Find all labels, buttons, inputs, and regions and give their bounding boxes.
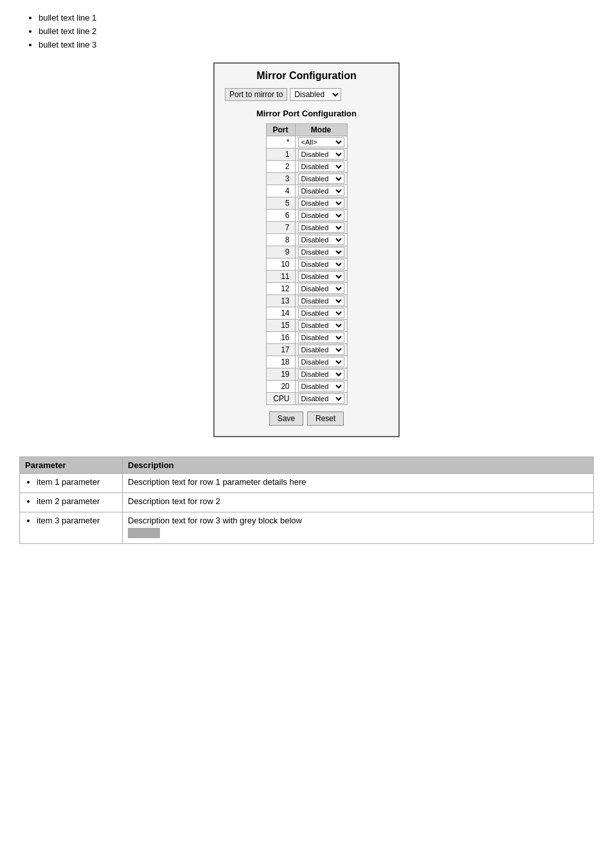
mode-select-16[interactable]: DisabledRx onlyTx onlyRx and Tx xyxy=(298,332,344,343)
port-cell-14: 14 xyxy=(266,307,295,320)
button-row: Save Reset xyxy=(225,411,388,426)
save-button[interactable]: Save xyxy=(269,411,303,426)
mode-cell-2[interactable]: DisabledRx onlyTx onlyRx and Tx xyxy=(295,161,347,173)
mode-select-11[interactable]: DisabledRx onlyTx onlyRx and Tx xyxy=(298,271,344,282)
mode-cell-wildcard[interactable]: <All> Disabled Rx only Tx only Rx and Tx xyxy=(295,136,347,149)
info-desc-2: Description text for row 2 xyxy=(123,493,594,512)
mode-select-9[interactable]: DisabledRx onlyTx onlyRx and Tx xyxy=(298,247,344,257)
mode-cell-13[interactable]: DisabledRx onlyTx onlyRx and Tx xyxy=(295,295,347,307)
mode-cell-14[interactable]: DisabledRx onlyTx onlyRx and Tx xyxy=(295,307,347,320)
mode-cell-10[interactable]: DisabledRx onlyTx onlyRx and Tx xyxy=(295,258,347,271)
table-row-9: 9DisabledRx onlyTx onlyRx and Tx xyxy=(266,246,347,258)
mode-select-5[interactable]: DisabledRx onlyTx onlyRx and Tx xyxy=(298,198,344,208)
table-row-10: 10DisabledRx onlyTx onlyRx and Tx xyxy=(266,258,347,271)
table-row-1: 1DisabledRx onlyTx onlyRx and Tx xyxy=(266,149,347,161)
table-row-15: 15DisabledRx onlyTx onlyRx and Tx xyxy=(266,320,347,332)
col-header-mode: Mode xyxy=(295,124,347,136)
table-row-14: 14DisabledRx onlyTx onlyRx and Tx xyxy=(266,307,347,320)
info-param-3-bullet: item 3 parameter xyxy=(37,516,117,525)
mode-cell-20[interactable]: DisabledRx onlyTx onlyRx and Tx xyxy=(295,381,347,393)
table-row-3: 3DisabledRx onlyTx onlyRx and Tx xyxy=(266,173,347,185)
info-table: Parameter Description item 1 parameter D… xyxy=(19,457,594,544)
mode-select-2[interactable]: DisabledRx onlyTx onlyRx and Tx xyxy=(298,161,344,172)
port-table: Port Mode * <All> Disabled Rx only Tx on… xyxy=(266,123,348,405)
mode-cell-5[interactable]: DisabledRx onlyTx onlyRx and Tx xyxy=(295,197,347,210)
bullet-item-1: bullet text line 1 xyxy=(39,13,594,23)
port-cell-16: 16 xyxy=(266,332,295,344)
mirror-config-box: Mirror Configuration Port to mirror to D… xyxy=(213,62,400,437)
table-row-5: 5DisabledRx onlyTx onlyRx and Tx xyxy=(266,197,347,210)
mode-select-14[interactable]: DisabledRx onlyTx onlyRx and Tx xyxy=(298,308,344,318)
mode-cell-7[interactable]: DisabledRx onlyTx onlyRx and Tx xyxy=(295,222,347,234)
mode-select-10[interactable]: DisabledRx onlyTx onlyRx and Tx xyxy=(298,259,344,269)
port-mirror-row: Port to mirror to Disabled 1234 5678 xyxy=(225,88,388,101)
port-cell-13: 13 xyxy=(266,295,295,307)
table-row-12: 12DisabledRx onlyTx onlyRx and Tx xyxy=(266,283,347,295)
mode-select-wildcard[interactable]: <All> Disabled Rx only Tx only Rx and Tx xyxy=(298,137,344,147)
reset-button[interactable]: Reset xyxy=(307,411,344,426)
info-param-1-bullet: item 1 parameter xyxy=(37,477,117,487)
mode-select-4[interactable]: DisabledRx onlyTx onlyRx and Tx xyxy=(298,186,344,196)
mode-cell-18[interactable]: DisabledRx onlyTx onlyRx and Tx xyxy=(295,356,347,368)
port-cell-20: 20 xyxy=(266,381,295,393)
port-cell-11: 11 xyxy=(266,271,295,283)
table-row-2: 2DisabledRx onlyTx onlyRx and Tx xyxy=(266,161,347,173)
mirror-port-config-title: Mirror Port Configuration xyxy=(225,109,388,118)
info-param-2-bullet: item 2 parameter xyxy=(37,496,117,506)
table-row-6: 6DisabledRx onlyTx onlyRx and Tx xyxy=(266,210,347,222)
mode-select-6[interactable]: DisabledRx onlyTx onlyRx and Tx xyxy=(298,210,344,221)
mode-select-15[interactable]: DisabledRx onlyTx onlyRx and Tx xyxy=(298,320,344,330)
port-cell-12: 12 xyxy=(266,283,295,295)
bullet-item-2: bullet text line 2 xyxy=(39,26,594,36)
info-table-row-1: item 1 parameter Description text for ro… xyxy=(20,474,594,493)
port-cell-9: 9 xyxy=(266,246,295,258)
port-cell-3: 3 xyxy=(266,173,295,185)
info-param-3: item 3 parameter xyxy=(20,512,123,544)
mode-cell-8[interactable]: DisabledRx onlyTx onlyRx and Tx xyxy=(295,234,347,246)
info-desc-3: Description text for row 3 with grey blo… xyxy=(123,512,594,544)
port-mirror-select[interactable]: Disabled 1234 5678 xyxy=(290,88,341,101)
mode-cell-15[interactable]: DisabledRx onlyTx onlyRx and Tx xyxy=(295,320,347,332)
mode-select-8[interactable]: DisabledRx onlyTx onlyRx and Tx xyxy=(298,235,344,245)
col-header-port: Port xyxy=(266,124,295,136)
info-param-1: item 1 parameter xyxy=(20,474,123,493)
mode-cell-17[interactable]: DisabledRx onlyTx onlyRx and Tx xyxy=(295,344,347,356)
mode-select-13[interactable]: DisabledRx onlyTx onlyRx and Tx xyxy=(298,296,344,306)
mode-cell-19[interactable]: DisabledRx onlyTx onlyRx and Tx xyxy=(295,368,347,381)
mode-cell-3[interactable]: DisabledRx onlyTx onlyRx and Tx xyxy=(295,173,347,185)
port-cell-wildcard: * xyxy=(266,136,295,149)
mode-select-17[interactable]: DisabledRx onlyTx onlyRx and Tx xyxy=(298,345,344,355)
mode-select-3[interactable]: DisabledRx onlyTx onlyRx and Tx xyxy=(298,174,344,184)
mode-select-19[interactable]: DisabledRx onlyTx onlyRx and Tx xyxy=(298,369,344,379)
mode-cell-9[interactable]: DisabledRx onlyTx onlyRx and Tx xyxy=(295,246,347,258)
table-row-CPU: CPUDisabledRx onlyTx onlyRx and Tx xyxy=(266,393,347,405)
mode-cell-12[interactable]: DisabledRx onlyTx onlyRx and Tx xyxy=(295,283,347,295)
port-cell-15: 15 xyxy=(266,320,295,332)
bullet-item-3: bullet text line 3 xyxy=(39,40,594,50)
grey-block xyxy=(128,528,160,538)
table-row-4: 4DisabledRx onlyTx onlyRx and Tx xyxy=(266,185,347,197)
mode-select-1[interactable]: DisabledRx onlyTx onlyRx and Tx xyxy=(298,149,344,159)
mode-select-12[interactable]: DisabledRx onlyTx onlyRx and Tx xyxy=(298,284,344,294)
port-cell-CPU: CPU xyxy=(266,393,295,405)
port-cell-1: 1 xyxy=(266,149,295,161)
mirror-config-title: Mirror Configuration xyxy=(225,70,388,82)
mode-cell-CPU[interactable]: DisabledRx onlyTx onlyRx and Tx xyxy=(295,393,347,405)
mode-select-7[interactable]: DisabledRx onlyTx onlyRx and Tx xyxy=(298,222,344,233)
mode-select-20[interactable]: DisabledRx onlyTx onlyRx and Tx xyxy=(298,381,344,392)
port-cell-5: 5 xyxy=(266,197,295,210)
port-cell-10: 10 xyxy=(266,258,295,271)
table-row-8: 8DisabledRx onlyTx onlyRx and Tx xyxy=(266,234,347,246)
mode-cell-4[interactable]: DisabledRx onlyTx onlyRx and Tx xyxy=(295,185,347,197)
mode-cell-1[interactable]: DisabledRx onlyTx onlyRx and Tx xyxy=(295,149,347,161)
mode-select-18[interactable]: DisabledRx onlyTx onlyRx and Tx xyxy=(298,357,344,367)
table-row-20: 20DisabledRx onlyTx onlyRx and Tx xyxy=(266,381,347,393)
port-cell-4: 4 xyxy=(266,185,295,197)
mode-cell-11[interactable]: DisabledRx onlyTx onlyRx and Tx xyxy=(295,271,347,283)
port-mirror-label: Port to mirror to xyxy=(225,88,287,101)
table-row-18: 18DisabledRx onlyTx onlyRx and Tx xyxy=(266,356,347,368)
mode-cell-6[interactable]: DisabledRx onlyTx onlyRx and Tx xyxy=(295,210,347,222)
table-row-19: 19DisabledRx onlyTx onlyRx and Tx xyxy=(266,368,347,381)
mode-select-CPU[interactable]: DisabledRx onlyTx onlyRx and Tx xyxy=(298,393,344,404)
mode-cell-16[interactable]: DisabledRx onlyTx onlyRx and Tx xyxy=(295,332,347,344)
